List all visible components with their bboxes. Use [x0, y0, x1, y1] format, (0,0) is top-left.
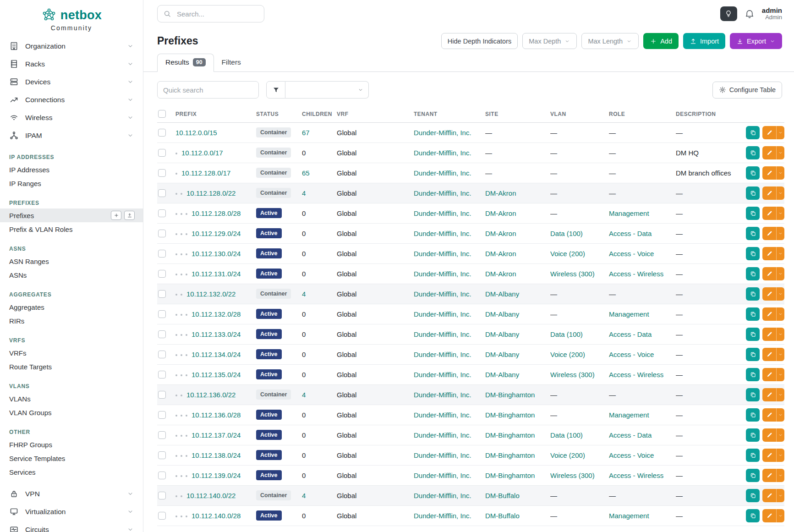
- edit-dropdown-button[interactable]: [776, 489, 784, 502]
- sidebar-item-service-templates[interactable]: Service Templates: [0, 451, 143, 465]
- row-checkbox[interactable]: [158, 371, 166, 378]
- edit-dropdown-button[interactable]: [776, 428, 784, 442]
- sidebar-item-ip-addresses[interactable]: IP Addresses: [0, 163, 143, 176]
- role-link[interactable]: Management: [609, 411, 649, 419]
- clone-button[interactable]: [746, 146, 760, 159]
- site-link[interactable]: DM-Binghamton: [485, 451, 535, 459]
- tenant-link[interactable]: Dunder-Mifflin, Inc.: [414, 492, 471, 499]
- vlan-link[interactable]: Voice (200): [550, 351, 585, 358]
- edit-dropdown-button[interactable]: [776, 166, 784, 180]
- clone-button[interactable]: [746, 247, 760, 260]
- tenant-link[interactable]: Dunder-Mifflin, Inc.: [414, 270, 471, 278]
- site-link[interactable]: DM-Buffalo: [485, 512, 520, 520]
- edit-dropdown-button[interactable]: [776, 408, 784, 422]
- prefix-link[interactable]: 10.112.130.0/24: [192, 250, 241, 258]
- edit-dropdown-button[interactable]: [776, 146, 784, 159]
- role-link[interactable]: Access - Wireless: [609, 270, 663, 278]
- saved-filter-select[interactable]: [285, 81, 369, 99]
- edit-button[interactable]: [762, 388, 776, 401]
- prefix-link[interactable]: 10.112.132.0/28: [192, 310, 241, 318]
- edit-button[interactable]: [762, 469, 776, 482]
- sidebar-item-asns[interactable]: ASNs: [0, 268, 143, 282]
- vlan-link[interactable]: Voice (200): [550, 451, 585, 459]
- sidebar-item-rirs[interactable]: RIRs: [0, 314, 143, 328]
- edit-dropdown-button[interactable]: [776, 449, 784, 462]
- row-checkbox[interactable]: [158, 189, 166, 197]
- sidebar-item-aggregates[interactable]: Aggregates: [0, 300, 143, 314]
- quick-import-button[interactable]: [124, 211, 135, 220]
- sidebar-item-fhrp-groups[interactable]: FHRP Groups: [0, 438, 143, 451]
- tenant-link[interactable]: Dunder-Mifflin, Inc.: [414, 310, 471, 318]
- sidebar-item-vpn[interactable]: VPN: [0, 485, 143, 503]
- edit-dropdown-button[interactable]: [776, 328, 784, 341]
- clone-button[interactable]: [746, 207, 760, 220]
- row-checkbox[interactable]: [158, 391, 166, 399]
- column-header-prefix[interactable]: PREFIX: [175, 106, 256, 122]
- column-header-vlan[interactable]: VLAN: [550, 106, 609, 122]
- prefix-link[interactable]: 10.112.134.0/24: [192, 351, 241, 358]
- tenant-link[interactable]: Dunder-Mifflin, Inc.: [414, 149, 471, 157]
- site-link[interactable]: DM-Binghamton: [485, 391, 535, 399]
- theme-toggle-button[interactable]: [720, 6, 737, 21]
- prefix-link[interactable]: 10.112.140.0/28: [192, 512, 241, 520]
- prefix-link[interactable]: 10.112.131.0/24: [192, 270, 241, 278]
- row-checkbox[interactable]: [158, 290, 166, 298]
- import-button[interactable]: Import: [683, 33, 725, 49]
- edit-button[interactable]: [762, 186, 776, 200]
- prefix-link[interactable]: 10.112.129.0/24: [192, 230, 241, 237]
- children-count[interactable]: 4: [302, 492, 306, 499]
- sidebar-item-connections[interactable]: Connections: [0, 91, 143, 109]
- clone-button[interactable]: [746, 287, 760, 301]
- edit-dropdown-button[interactable]: [776, 388, 784, 401]
- clone-button[interactable]: [746, 126, 760, 139]
- site-link[interactable]: DM-Akron: [485, 250, 516, 258]
- prefix-link[interactable]: 10.112.138.0/24: [192, 451, 241, 459]
- site-link[interactable]: DM-Akron: [485, 270, 516, 278]
- sidebar-item-vlans[interactable]: VLANs: [0, 392, 143, 406]
- notifications-button[interactable]: [745, 9, 755, 19]
- tenant-link[interactable]: Dunder-Mifflin, Inc.: [414, 472, 471, 479]
- role-link[interactable]: Management: [609, 209, 649, 217]
- edit-button[interactable]: [762, 328, 776, 341]
- clone-button[interactable]: [746, 428, 760, 442]
- prefix-link[interactable]: 10.112.0.0/17: [181, 149, 223, 157]
- prefix-link[interactable]: 10.112.136.0/22: [186, 391, 235, 399]
- clone-button[interactable]: [746, 469, 760, 482]
- export-button[interactable]: Export: [730, 33, 782, 49]
- column-header-role[interactable]: ROLE: [609, 106, 676, 122]
- clone-button[interactable]: [746, 166, 760, 180]
- prefix-link[interactable]: 10.112.128.0/17: [181, 169, 230, 177]
- vlan-link[interactable]: Wireless (300): [550, 270, 595, 278]
- sidebar-item-circuits[interactable]: Circuits: [0, 521, 143, 532]
- vlan-link[interactable]: Data (100): [550, 431, 583, 439]
- site-link[interactable]: DM-Albany: [485, 371, 519, 378]
- role-link[interactable]: Access - Wireless: [609, 472, 663, 479]
- row-checkbox[interactable]: [158, 230, 166, 237]
- global-search-input[interactable]: [176, 10, 258, 18]
- children-count[interactable]: 4: [302, 290, 306, 298]
- sidebar-item-wireless[interactable]: Wireless: [0, 109, 143, 126]
- edit-button[interactable]: [762, 408, 776, 422]
- site-link[interactable]: DM-Binghamton: [485, 431, 535, 439]
- prefix-link[interactable]: 10.112.135.0/24: [192, 371, 241, 378]
- row-checkbox[interactable]: [158, 512, 166, 520]
- edit-button[interactable]: [762, 428, 776, 442]
- row-checkbox[interactable]: [158, 209, 166, 217]
- row-checkbox[interactable]: [158, 351, 166, 358]
- edit-button[interactable]: [762, 489, 776, 502]
- tenant-link[interactable]: Dunder-Mifflin, Inc.: [414, 330, 471, 338]
- row-checkbox[interactable]: [158, 330, 166, 338]
- sidebar-item-racks[interactable]: Racks: [0, 55, 143, 73]
- tenant-link[interactable]: Dunder-Mifflin, Inc.: [414, 451, 471, 459]
- clone-button[interactable]: [746, 368, 760, 381]
- column-header-description[interactable]: DESCRIPTION: [676, 106, 745, 122]
- role-link[interactable]: Access - Voice: [609, 351, 654, 358]
- sidebar-item-devices[interactable]: Devices: [0, 73, 143, 91]
- tenant-link[interactable]: Dunder-Mifflin, Inc.: [414, 129, 471, 137]
- row-checkbox[interactable]: [158, 451, 166, 459]
- clone-button[interactable]: [746, 267, 760, 280]
- edit-button[interactable]: [762, 348, 776, 361]
- edit-dropdown-button[interactable]: [776, 287, 784, 301]
- row-checkbox[interactable]: [158, 411, 166, 419]
- sidebar-item-vlan-groups[interactable]: VLAN Groups: [0, 406, 143, 419]
